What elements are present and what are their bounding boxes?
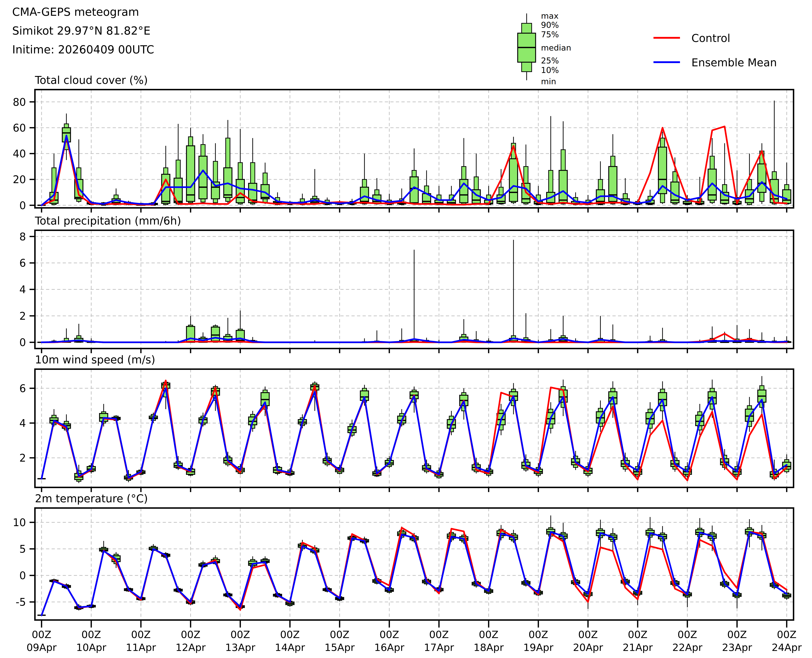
boxplot-layer bbox=[38, 515, 791, 615]
x-tick-utc: 00Z bbox=[131, 628, 151, 640]
x-axis-labels: 00Z09Apr00Z10Apr00Z11Apr00Z12Apr00Z13Apr… bbox=[27, 628, 802, 653]
boxplot-layer bbox=[38, 100, 791, 205]
x-tick-utc: 00Z bbox=[330, 628, 349, 640]
x-tick-utc: 00Z bbox=[677, 628, 697, 640]
boxplot-legend-glyph bbox=[518, 13, 536, 80]
y-tick-label: 0 bbox=[19, 336, 26, 349]
x-tick-date: 21Apr bbox=[623, 642, 653, 653]
boxplot-layer bbox=[38, 240, 791, 342]
x-tick-date: 10Apr bbox=[76, 642, 106, 653]
x-tick-utc: 00Z bbox=[429, 628, 449, 640]
x-tick-date: 18Apr bbox=[474, 642, 504, 653]
y-tick-label: 2 bbox=[19, 452, 26, 464]
meteogram-page: CMA-GEPS meteogram Simikot 29.97°N 81.82… bbox=[0, 0, 812, 658]
x-tick-date: 24Apr bbox=[772, 642, 802, 653]
x-tick-utc: 00Z bbox=[230, 628, 250, 640]
x-tick-utc: 00Z bbox=[777, 628, 796, 640]
meteogram-chart: 02040608002468246-5051000Z09Apr00Z10Apr0… bbox=[0, 0, 812, 658]
y-tick-label: 40 bbox=[13, 148, 26, 160]
x-tick-utc: 00Z bbox=[280, 628, 300, 640]
x-tick-date: 20Apr bbox=[573, 642, 603, 653]
y-tick-label: 4 bbox=[19, 284, 26, 296]
x-tick-date: 13Apr bbox=[225, 642, 255, 653]
total-precipitation-panel: 02468 bbox=[19, 230, 793, 353]
x-tick-date: 09Apr bbox=[27, 642, 57, 653]
x-tick-utc: 00Z bbox=[379, 628, 399, 640]
y-tick-label: 60 bbox=[13, 122, 26, 134]
y-tick-label: 6 bbox=[19, 257, 26, 269]
x-tick-date: 12Apr bbox=[175, 642, 206, 653]
y-tick-label: 0 bbox=[19, 569, 26, 582]
temperature-2m-panel: -5051000Z09Apr00Z10Apr00Z11Apr00Z12Apr00… bbox=[13, 508, 802, 653]
x-tick-utc: 00Z bbox=[727, 628, 747, 640]
x-tick-date: 17Apr bbox=[424, 642, 454, 653]
x-tick-date: 19Apr bbox=[523, 642, 554, 653]
x-tick-date: 11Apr bbox=[126, 642, 156, 653]
y-tick-label: 10 bbox=[13, 517, 26, 529]
y-tick-label: 2 bbox=[19, 310, 26, 322]
x-tick-date: 14Apr bbox=[275, 642, 305, 653]
x-tick-date: 23Apr bbox=[722, 642, 752, 653]
x-tick-utc: 00Z bbox=[578, 628, 598, 640]
y-tick-label: 4 bbox=[19, 417, 26, 429]
y-tick-label: 20 bbox=[13, 174, 26, 186]
x-tick-date: 22Apr bbox=[672, 642, 702, 653]
wind-speed-10m-panel: 246 bbox=[19, 369, 793, 492]
x-tick-utc: 00Z bbox=[181, 628, 200, 640]
x-tick-utc: 00Z bbox=[479, 628, 499, 640]
x-tick-utc: 00Z bbox=[32, 628, 52, 640]
y-tick-label: 80 bbox=[13, 96, 26, 108]
x-tick-utc: 00Z bbox=[628, 628, 648, 640]
y-tick-label: -5 bbox=[16, 596, 26, 608]
y-tick-label: 6 bbox=[19, 382, 26, 395]
y-tick-label: 0 bbox=[19, 199, 26, 212]
total-cloud-cover-panel: 020406080 bbox=[13, 89, 793, 213]
x-tick-utc: 00Z bbox=[81, 628, 101, 640]
y-tick-label: 8 bbox=[19, 230, 26, 243]
x-tick-date: 15Apr bbox=[325, 642, 355, 653]
x-tick-date: 16Apr bbox=[374, 642, 404, 653]
x-tick-utc: 00Z bbox=[529, 628, 548, 640]
y-tick-label: 5 bbox=[19, 543, 26, 555]
